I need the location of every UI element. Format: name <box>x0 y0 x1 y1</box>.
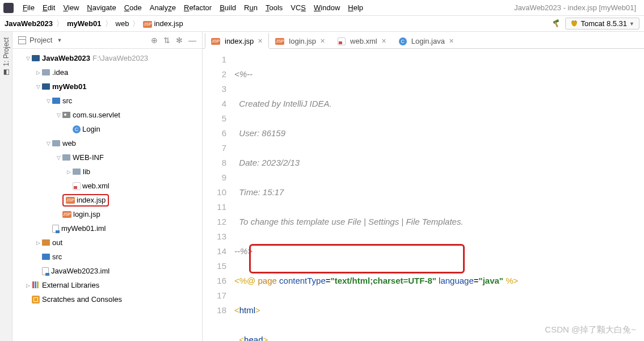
watermark: CSDN @掉了颗大白兔~ <box>545 325 636 335</box>
editor[interactable]: 123456789101112131415161718 <%-- Created… <box>203 49 644 341</box>
tree-webinf[interactable]: ▽WEB-INF <box>12 150 202 165</box>
build-icon[interactable] <box>552 19 561 28</box>
project-panel: Project ▼ ⊕ ⇅ ✻ — ▽JavaWeb2023F:\JavaWeb… <box>12 32 203 341</box>
jsp-icon: JSP <box>211 38 220 45</box>
tree-scratches[interactable]: Scratches and Consoles <box>12 292 202 306</box>
close-icon[interactable]: ✕ <box>449 37 454 45</box>
editor-area: JSPindex.jsp✕ JSPlogin.jsp✕ web.xml✕ CLo… <box>203 32 644 341</box>
close-icon[interactable]: ✕ <box>258 37 263 45</box>
tree-out[interactable]: ▷out <box>12 235 202 250</box>
project-folder-icon <box>32 55 40 61</box>
editor-tabs: JSPindex.jsp✕ JSPlogin.jsp✕ web.xml✕ CLo… <box>203 32 644 49</box>
expand-all-icon[interactable]: ⇅ <box>163 36 170 45</box>
menu-navigate[interactable]: Navigate <box>83 2 119 13</box>
menu-build[interactable]: Build <box>216 2 239 13</box>
tab-login-jsp[interactable]: JSPlogin.jsp✕ <box>269 33 331 48</box>
iml-file-icon <box>52 225 59 233</box>
menu-help[interactable]: Help <box>344 2 367 13</box>
select-opened-file-icon[interactable]: ⊕ <box>151 36 158 45</box>
folder-icon <box>42 69 50 75</box>
scratches-icon <box>32 296 40 304</box>
tree-web[interactable]: ▽web <box>12 136 202 150</box>
output-folder-icon <box>42 239 50 246</box>
hide-panel-icon[interactable]: — <box>188 36 196 45</box>
menu-view[interactable]: View <box>60 2 82 13</box>
chevron-right-icon: 〉 <box>105 19 112 29</box>
tree-root[interactable]: ▽JavaWeb2023F:\JavaWeb2023 <box>12 51 202 65</box>
menu-run[interactable]: Run <box>241 2 261 13</box>
tab-index-jsp[interactable]: JSPindex.jsp✕ <box>205 32 269 48</box>
jsp-icon: JSP <box>275 38 284 45</box>
project-panel-title[interactable]: Project <box>30 36 52 44</box>
jsp-icon: JSP <box>143 21 152 28</box>
project-panel-header: Project ▼ ⊕ ⇅ ✻ — <box>12 32 202 49</box>
chevron-right-icon: 〉 <box>56 19 64 29</box>
menu-vcs[interactable]: VCS <box>287 2 309 13</box>
gutter: 123456789101112131415161718 <box>203 49 232 341</box>
chevron-right-icon: 〉 <box>132 19 140 29</box>
run-config-label: Tomcat 8.5.31 <box>580 19 627 28</box>
jsp-icon: JSP <box>62 211 71 218</box>
tree-loginjsp[interactable]: JSPlogin.jsp <box>12 207 202 221</box>
gear-icon[interactable]: ✻ <box>176 36 183 45</box>
navigation-bar: JavaWeb2023 〉 myWeb01 〉 web 〉 JSPindex.j… <box>0 16 644 32</box>
close-icon[interactable]: ✕ <box>381 37 386 45</box>
breadcrumb-file[interactable]: JSPindex.jsp <box>143 19 183 28</box>
tree-webxml[interactable]: web.xml <box>12 179 202 193</box>
window-title: JavaWeb2023 - index.jsp [myWeb01] <box>514 3 641 12</box>
code-area[interactable]: <%-- Created by IntelliJ IDEA. User: 861… <box>232 49 644 341</box>
chevron-down-icon[interactable]: ▼ <box>57 37 62 43</box>
folder-icon <box>62 154 70 161</box>
tree-lib[interactable]: ▷lib <box>12 165 202 179</box>
tree-class-login[interactable]: CLogin <box>12 122 202 136</box>
tree-src2[interactable]: src <box>12 250 202 264</box>
class-icon: C <box>399 37 407 45</box>
source-folder-icon <box>42 254 50 260</box>
menu-refactor[interactable]: Refactor <box>180 2 215 13</box>
breadcrumb-module[interactable]: myWeb01 <box>67 19 101 28</box>
web-folder-icon <box>52 140 60 146</box>
project-tool-button[interactable]: ◨1: Project <box>2 34 10 80</box>
chevron-down-icon: ▼ <box>629 21 634 27</box>
module-folder-icon <box>42 83 50 90</box>
folder-icon <box>73 169 81 175</box>
project-view-icon <box>18 36 26 44</box>
tree-indexjsp[interactable]: JSPindex.jsp <box>12 193 202 207</box>
jsp-icon: JSP <box>66 197 75 204</box>
tree-proj-iml[interactable]: JavaWeb2023.iml <box>12 264 202 278</box>
tree-package[interactable]: ▽com.su.servlet <box>12 108 202 122</box>
tree-idea[interactable]: ▷.idea <box>12 65 202 79</box>
menu-tools[interactable]: Tools <box>262 2 286 13</box>
menubar: File Edit View Navigate Code Analyze Ref… <box>0 0 644 16</box>
menu-edit[interactable]: Edit <box>39 2 58 13</box>
package-icon <box>62 112 70 118</box>
breadcrumb[interactable]: JavaWeb2023 〉 myWeb01 〉 web 〉 JSPindex.j… <box>5 19 183 29</box>
iml-file-icon <box>42 267 49 275</box>
breadcrumb-folder[interactable]: web <box>116 19 129 28</box>
menu-window[interactable]: Window <box>310 2 343 13</box>
tree-iml[interactable]: myWeb01.iml <box>12 221 202 235</box>
breadcrumb-root[interactable]: JavaWeb2023 <box>5 19 53 28</box>
close-icon[interactable]: ✕ <box>320 37 325 45</box>
tree-ext-libraries[interactable]: ▷External Libraries <box>12 278 202 292</box>
libraries-icon <box>32 281 40 289</box>
tomcat-icon <box>570 20 578 28</box>
xml-file-icon <box>73 182 81 190</box>
source-folder-icon <box>52 98 60 104</box>
tree-src[interactable]: ▽src <box>12 94 202 108</box>
class-icon: C <box>73 125 81 133</box>
menu-analyze[interactable]: Analyze <box>146 2 179 13</box>
tab-web-xml[interactable]: web.xml✕ <box>331 33 393 48</box>
tab-login-java[interactable]: CLogin.java✕ <box>393 33 460 48</box>
tool-window-stripe: ◨1: Project <box>0 32 12 341</box>
project-tree[interactable]: ▽JavaWeb2023F:\JavaWeb2023 ▷.idea ▽myWeb… <box>12 49 202 341</box>
run-config-selector[interactable]: Tomcat 8.5.31 ▼ <box>565 18 639 30</box>
xml-file-icon <box>338 37 346 45</box>
app-logo-icon <box>3 3 14 13</box>
tree-module[interactable]: ▽myWeb01 <box>12 79 202 94</box>
menu-file[interactable]: File <box>19 2 38 13</box>
menu-code[interactable]: Code <box>121 2 145 13</box>
